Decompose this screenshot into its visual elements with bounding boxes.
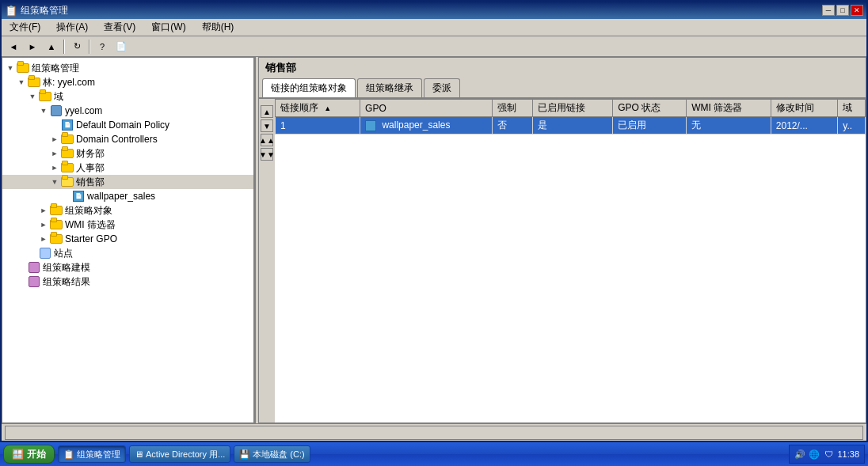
tree-item-gpo-objects[interactable]: ► 组策略对象 xyxy=(2,203,253,218)
cell-link-enabled: 是 xyxy=(533,117,613,134)
tree-item-root[interactable]: ▼ 组策略管理 xyxy=(2,61,253,75)
toggle-dc[interactable]: ► xyxy=(50,134,59,144)
tree-item-finance[interactable]: ► 财务部 xyxy=(2,146,253,161)
tree-item-wmi[interactable]: ► WMI 筛选器 xyxy=(2,218,253,232)
taskbar-icon-gpo: 📋 xyxy=(63,449,74,460)
folder-icon-starter xyxy=(50,233,63,245)
tree-item-gpo-result[interactable]: ▼ 组策略结果 xyxy=(2,275,253,289)
tree-item-hr[interactable]: ► 人事部 xyxy=(2,161,253,175)
toggle-starter[interactable]: ► xyxy=(39,234,48,244)
toggle-domain[interactable]: ▼ xyxy=(39,106,48,116)
tab-gpo-inherit[interactable]: 组策略继承 xyxy=(357,78,422,97)
menu-view[interactable]: 查看(V) xyxy=(99,19,140,36)
refresh-button[interactable]: ↻ xyxy=(68,39,86,55)
start-icon: 🪟 xyxy=(12,449,24,460)
toolbar-sep1 xyxy=(63,40,65,54)
sort-arrow-order: ▲ xyxy=(324,104,331,112)
clock: 11:38 xyxy=(837,449,859,459)
start-button[interactable]: 🪟 开始 xyxy=(3,445,55,464)
folder-icon-dc xyxy=(61,133,74,146)
tree-item-wallpaper[interactable]: ▼ 📄 wallpaper_sales xyxy=(2,189,253,203)
cell-gpo: wallpaper_sales xyxy=(360,117,493,134)
restore-button[interactable]: □ xyxy=(836,5,849,16)
minimize-button[interactable]: ─ xyxy=(822,5,835,16)
tray-icon-2: 🌐 xyxy=(809,449,820,460)
status-bar xyxy=(2,423,866,441)
menu-file[interactable]: 文件(F) xyxy=(5,19,45,36)
move-top-button[interactable]: ▲▲ xyxy=(261,134,273,146)
forward-button[interactable]: ► xyxy=(24,39,41,55)
toggle-sales[interactable]: ▼ xyxy=(50,177,59,187)
toggle-forest[interactable]: ▼ xyxy=(17,78,26,87)
cell-enforced: 否 xyxy=(492,117,532,134)
toggle-finance[interactable]: ► xyxy=(50,149,59,158)
menu-window[interactable]: 窗口(W) xyxy=(147,19,190,36)
left-tree-panel: ▼ 组策略管理 ▼ 林: yyel.com ▼ 域 xyxy=(2,57,255,423)
cell-gpo-status: 已启用 xyxy=(613,117,687,134)
move-down-button[interactable]: ▼ xyxy=(261,119,273,132)
table-row[interactable]: 1 wallpaper_sales 否 是 已启用 无 2012 xyxy=(276,117,866,134)
move-up-button[interactable]: ▲ xyxy=(261,105,273,118)
row-gpo-icon xyxy=(365,120,376,131)
col-header-gpo-status[interactable]: GPO 状态 xyxy=(613,100,687,117)
tree-item-domain[interactable]: ▼ yyel.com xyxy=(2,104,253,118)
toolbar: ◄ ► ▲ ↻ ? 📄 xyxy=(2,36,866,57)
col-header-gpo[interactable]: GPO xyxy=(360,100,493,117)
folder-icon-hr xyxy=(61,161,74,174)
col-header-enforced[interactable]: 强制 xyxy=(492,100,532,117)
tree-item-ddp[interactable]: ▼ 📄 Default Domain Policy xyxy=(2,118,253,132)
gpo-result-icon xyxy=(28,275,40,288)
cell-modified: 2012/... xyxy=(771,117,838,134)
app-icon: 📋 xyxy=(5,5,17,17)
toggle-hr[interactable]: ► xyxy=(50,163,59,172)
col-header-domain[interactable]: 域 xyxy=(838,100,866,117)
export-button[interactable]: 📄 xyxy=(112,39,130,55)
tree-item-domains[interactable]: ▼ 域 xyxy=(2,89,253,104)
move-bottom-button[interactable]: ▼▼ xyxy=(261,148,273,161)
back-button[interactable]: ◄ xyxy=(5,39,22,55)
folder-icon-sales xyxy=(61,176,74,188)
close-button[interactable]: ✕ xyxy=(851,5,863,16)
taskbar-item-gpo[interactable]: 📋 组策略管理 xyxy=(58,445,126,463)
gpo-icon-wallpaper: 📄 xyxy=(72,190,85,203)
status-text xyxy=(5,426,863,440)
domain-icon xyxy=(50,104,63,117)
tree-item-starter[interactable]: ► Starter GPO xyxy=(2,232,253,246)
tree-item-sales[interactable]: ▼ 销售部 xyxy=(2,175,253,189)
tab-content-area: ▲ ▼ ▲▲ ▼▼ 链接顺序 ▲ xyxy=(259,99,866,422)
taskbar-icon-disk: 💾 xyxy=(239,449,250,460)
taskbar-item-ad[interactable]: 🖥 Active Directory 用... xyxy=(129,445,230,463)
title-bar: 📋 组策略管理 ─ □ ✕ xyxy=(2,2,866,19)
tray-icon-3: 🛡 xyxy=(823,449,834,460)
toggle-root[interactable]: ▼ xyxy=(6,63,15,73)
gpo-icon-ddp: 📄 xyxy=(61,119,74,131)
col-header-order[interactable]: 链接顺序 ▲ xyxy=(276,100,360,117)
tree-item-dc[interactable]: ► Domain Controllers xyxy=(2,132,253,146)
folder-icon-domains xyxy=(39,90,51,103)
cell-order: 1 xyxy=(276,117,360,134)
taskbar-icon-ad: 🖥 xyxy=(135,449,143,459)
tree-item-sites[interactable]: ▼ 站点 xyxy=(2,246,253,260)
col-header-wmi[interactable]: WMI 筛选器 xyxy=(687,100,771,117)
col-header-link-enabled[interactable]: 已启用链接 xyxy=(533,100,613,117)
toggle-wmi[interactable]: ► xyxy=(39,220,48,229)
menu-help[interactable]: 帮助(H) xyxy=(197,19,239,36)
taskbar-item-disk[interactable]: 💾 本地磁盘 (C:) xyxy=(234,445,310,463)
right-panel-title: 销售部 xyxy=(259,58,866,78)
col-header-modified[interactable]: 修改时间 xyxy=(771,100,838,117)
tab-delegate[interactable]: 委派 xyxy=(424,78,460,97)
help-button[interactable]: ? xyxy=(93,39,111,55)
tree-item-forest[interactable]: ▼ 林: yyel.com xyxy=(2,75,253,89)
up-button[interactable]: ▲ xyxy=(43,39,60,55)
table-container: 链接顺序 ▲ GPO 强制 已启用链接 xyxy=(275,99,866,422)
tree-item-gpo-model[interactable]: ▼ 组策略建模 xyxy=(2,260,253,275)
folder-icon-gpo-objects xyxy=(50,204,63,217)
right-panel: 销售部 链接的组策略对象 组策略继承 委派 ▲ ▼ ▲▲ ▼▼ xyxy=(258,57,866,423)
tray-icon-1: 🔊 xyxy=(794,449,805,460)
toggle-gpo-objects[interactable]: ► xyxy=(39,206,48,215)
tab-linked-gpo[interactable]: 链接的组策略对象 xyxy=(262,78,356,97)
content-area: ▼ 组策略管理 ▼ 林: yyel.com ▼ 域 xyxy=(2,57,866,423)
toggle-domains[interactable]: ▼ xyxy=(28,92,37,101)
gpo-table: 链接顺序 ▲ GPO 强制 已启用链接 xyxy=(275,99,866,134)
menu-action[interactable]: 操作(A) xyxy=(51,19,93,36)
